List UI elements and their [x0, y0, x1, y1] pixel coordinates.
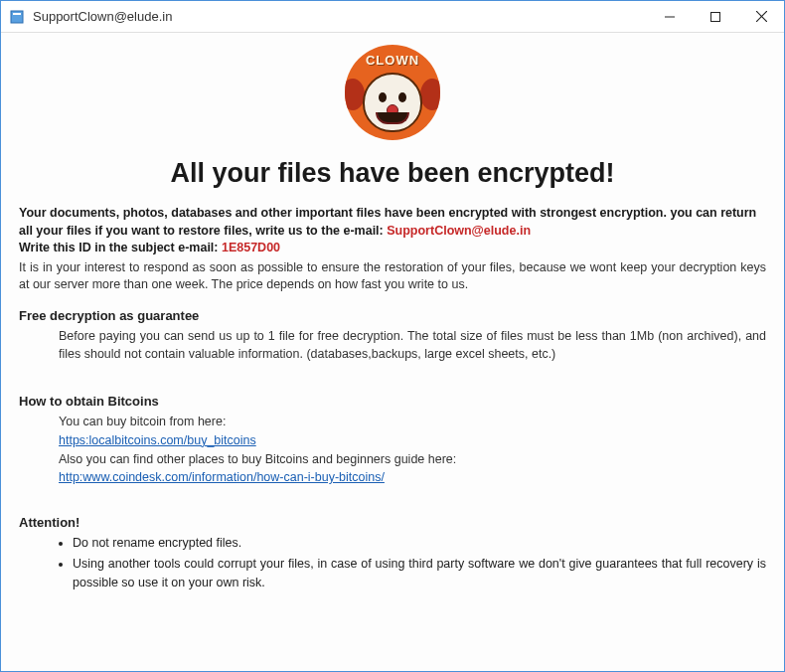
bitcoins-section: How to obtain Bitcoins You can buy bitco…: [19, 394, 766, 487]
app-icon: [9, 9, 25, 25]
svg-rect-0: [11, 11, 23, 23]
contact-email: SupportClown@elude.in: [387, 224, 531, 238]
respond-text: It is in your interest to respond as soo…: [19, 259, 766, 294]
main-heading: All your files have been encrypted!: [19, 158, 766, 189]
attention-list: Do not rename encrypted files. Using ano…: [19, 534, 766, 591]
bitcoin-link-1[interactable]: https:localbitcoins.com/buy_bitcoins: [59, 433, 256, 447]
maximize-button[interactable]: [693, 1, 738, 32]
bitcoin-link-2[interactable]: http:www.coindesk.com/information/how-ca…: [59, 470, 385, 484]
svg-line-5: [756, 11, 767, 22]
logo-container: CLOWN: [19, 45, 766, 144]
app-window: SupportClown@elude.in CLOWN: [0, 0, 785, 672]
clown-logo-icon: CLOWN: [345, 45, 440, 140]
svg-line-4: [756, 11, 767, 22]
bitcoins-body: You can buy bitcoin from here: https:loc…: [19, 413, 766, 487]
bitcoins-line1: You can buy bitcoin from here:: [59, 415, 226, 428]
minimize-button[interactable]: [647, 1, 693, 32]
guarantee-title: Free decryption as guarantee: [19, 308, 766, 323]
bitcoins-line2: Also you can find other places to buy Bi…: [59, 452, 456, 466]
intro-line2: Write this ID in the subject e-mail:: [19, 241, 222, 254]
window-controls: [647, 1, 784, 32]
subject-id: 1E857D00: [222, 241, 280, 254]
logo-label: CLOWN: [366, 53, 419, 68]
bitcoins-title: How to obtain Bitcoins: [19, 394, 766, 409]
intro-text: Your documents, photos, databases and ot…: [19, 205, 766, 257]
window-title: SupportClown@elude.in: [33, 9, 647, 24]
guarantee-section: Free decryption as guarantee Before payi…: [19, 308, 766, 365]
svg-rect-1: [13, 13, 21, 15]
attention-item: Do not rename encrypted files.: [73, 534, 766, 553]
titlebar: SupportClown@elude.in: [1, 1, 784, 33]
content-area: CLOWN All your files have been encrypted…: [1, 33, 784, 671]
guarantee-body: Before paying you can send us up to 1 fi…: [19, 327, 766, 365]
attention-title: Attention!: [19, 515, 766, 530]
attention-item: Using another tools could corrupt your f…: [73, 555, 766, 592]
attention-section: Attention! Do not rename encrypted files…: [19, 515, 766, 591]
close-button[interactable]: [738, 1, 784, 32]
svg-rect-3: [711, 12, 720, 21]
